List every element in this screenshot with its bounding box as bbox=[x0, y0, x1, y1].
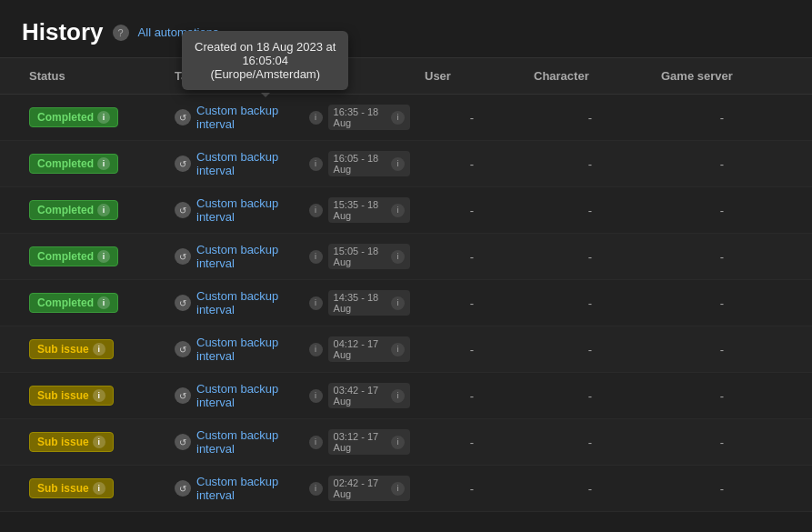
game-server-cell: - bbox=[654, 195, 790, 226]
task-link[interactable]: Custom backup interval bbox=[196, 243, 304, 270]
status-cell: Completed i bbox=[22, 284, 167, 322]
status-cell: Sub issue i bbox=[22, 469, 167, 507]
character-cell: - bbox=[526, 473, 654, 505]
status-badge: Completed i bbox=[29, 154, 118, 174]
page-header: History ? All automations bbox=[0, 0, 812, 57]
task-type-icon: ↺ bbox=[175, 109, 191, 125]
task-type-icon: ↺ bbox=[175, 248, 191, 265]
game-server-cell: - bbox=[654, 102, 790, 134]
task-cell: ↺ Custom backup interval i 15:05 - 18 Au… bbox=[167, 234, 417, 279]
all-automations-link[interactable]: All automations bbox=[138, 25, 219, 39]
page-title: History bbox=[22, 18, 104, 46]
timestamp-badge: 02:42 - 17 Aug i bbox=[328, 476, 410, 501]
timestamp-badge: 03:12 - 17 Aug i bbox=[328, 429, 410, 455]
status-cell: Sub issue i bbox=[22, 423, 167, 461]
timestamp-badge: 16:05 - 18 Aug i bbox=[328, 151, 410, 176]
status-cell: Sub issue i bbox=[22, 330, 167, 368]
timestamp-info-icon[interactable]: i bbox=[391, 157, 405, 171]
status-badge: Sub issue i bbox=[29, 339, 114, 359]
task-link[interactable]: Custom backup interval bbox=[196, 104, 304, 131]
col-status: Status bbox=[22, 58, 167, 94]
status-info-icon[interactable]: i bbox=[97, 250, 110, 263]
task-info-icon[interactable]: i bbox=[309, 343, 323, 356]
table-row: Sub issue i ↺ Custom backup interval i 0… bbox=[0, 466, 812, 512]
game-server-cell: - bbox=[654, 334, 790, 366]
task-info-icon[interactable]: i bbox=[309, 250, 323, 264]
game-server-cell: - bbox=[654, 427, 790, 458]
task-link[interactable]: Custom backup interval bbox=[196, 336, 304, 363]
timestamp-badge: 14:35 - 18 Aug i bbox=[328, 290, 410, 316]
status-info-icon[interactable]: i bbox=[97, 296, 110, 309]
timestamp-info-icon[interactable]: i bbox=[391, 111, 405, 125]
task-cell: ↺ Custom backup interval i 04:12 - 17 Au… bbox=[167, 326, 417, 372]
timestamp-badge: 03:42 - 17 Aug i bbox=[328, 383, 410, 408]
character-cell: - bbox=[526, 148, 654, 180]
status-info-icon[interactable]: i bbox=[97, 157, 110, 170]
user-cell: - bbox=[417, 102, 526, 134]
history-table: Status Task User Character Game server C… bbox=[0, 57, 812, 512]
status-info-icon[interactable]: i bbox=[93, 389, 105, 402]
task-link[interactable]: Custom backup interval bbox=[196, 428, 304, 456]
task-info-icon[interactable]: i bbox=[309, 296, 323, 310]
status-badge: Completed i bbox=[29, 107, 118, 127]
table-row: Completed i ↺ Custom backup interval i 1… bbox=[0, 234, 812, 280]
task-cell: ↺ Custom backup interval i 16:05 - 18 Au… bbox=[167, 141, 417, 186]
task-info-icon[interactable]: i bbox=[309, 204, 323, 217]
user-cell: - bbox=[417, 473, 526, 505]
table-row: Completed i ↺ Custom backup interval i 1… bbox=[0, 141, 812, 187]
user-cell: - bbox=[417, 427, 526, 458]
task-link[interactable]: Custom backup interval bbox=[196, 475, 304, 502]
task-type-icon: ↺ bbox=[175, 434, 191, 450]
game-server-cell: - bbox=[654, 287, 790, 319]
character-cell: - bbox=[526, 241, 654, 273]
table-row: Completed i ↺ Custom backup interval i 1… bbox=[0, 280, 812, 326]
timestamp-badge: 16:35 - 18 Aug i bbox=[328, 105, 410, 130]
user-cell: - bbox=[417, 334, 526, 366]
user-cell: - bbox=[417, 287, 526, 319]
timestamp-info-icon[interactable]: i bbox=[391, 343, 405, 356]
status-info-icon[interactable]: i bbox=[93, 482, 105, 495]
task-link[interactable]: Custom backup interval bbox=[196, 382, 304, 409]
status-info-icon[interactable]: i bbox=[97, 204, 110, 216]
task-info-icon[interactable]: i bbox=[309, 157, 323, 171]
timestamp-info-icon[interactable]: i bbox=[391, 482, 405, 496]
task-type-icon: ↺ bbox=[175, 480, 191, 497]
user-cell: - bbox=[417, 380, 526, 412]
task-info-icon[interactable]: i bbox=[309, 482, 323, 496]
status-info-icon[interactable]: i bbox=[97, 111, 110, 124]
timestamp-info-icon[interactable]: i bbox=[391, 296, 405, 310]
status-badge: Sub issue i bbox=[29, 478, 114, 498]
table-header: Status Task User Character Game server bbox=[0, 58, 812, 95]
task-info-icon[interactable]: i bbox=[309, 389, 323, 403]
status-cell: Sub issue i bbox=[22, 376, 167, 415]
task-link[interactable]: Custom backup interval bbox=[196, 150, 304, 177]
character-cell: - bbox=[526, 334, 654, 366]
status-badge: Completed i bbox=[29, 293, 118, 313]
col-game-server: Game server bbox=[654, 58, 790, 94]
task-link[interactable]: Custom backup interval bbox=[196, 289, 304, 316]
task-link[interactable]: Custom backup interval bbox=[196, 196, 304, 224]
status-info-icon[interactable]: i bbox=[93, 343, 105, 356]
character-cell: - bbox=[526, 380, 654, 412]
status-cell: Completed i bbox=[22, 98, 167, 136]
task-info-icon[interactable]: i bbox=[309, 111, 323, 125]
timestamp-info-icon[interactable]: i bbox=[391, 204, 405, 217]
timestamp-info-icon[interactable]: i bbox=[391, 250, 405, 264]
table-row: Sub issue i ↺ Custom backup interval i 0… bbox=[0, 326, 812, 373]
task-cell: ↺ Custom backup interval i 03:12 - 17 Au… bbox=[167, 419, 417, 465]
task-type-icon: ↺ bbox=[175, 202, 191, 218]
status-badge: Completed i bbox=[29, 200, 118, 220]
timestamp-info-icon[interactable]: i bbox=[391, 389, 405, 403]
status-cell: Completed i bbox=[22, 145, 167, 183]
task-info-icon[interactable]: i bbox=[309, 436, 323, 449]
col-character: Character bbox=[526, 58, 654, 94]
status-badge: Completed i bbox=[29, 246, 118, 266]
col-task: Task bbox=[167, 58, 417, 94]
status-info-icon[interactable]: i bbox=[93, 436, 105, 448]
timestamp-badge: 15:35 - 18 Aug i bbox=[328, 197, 410, 223]
table-row: Completed i ↺ Custom backup interval i 1… bbox=[0, 187, 812, 234]
timestamp-info-icon[interactable]: i bbox=[391, 436, 405, 449]
game-server-cell: - bbox=[654, 241, 790, 273]
help-icon[interactable]: ? bbox=[113, 25, 129, 41]
table-row: Sub issue i ↺ Custom backup interval i 0… bbox=[0, 373, 812, 419]
